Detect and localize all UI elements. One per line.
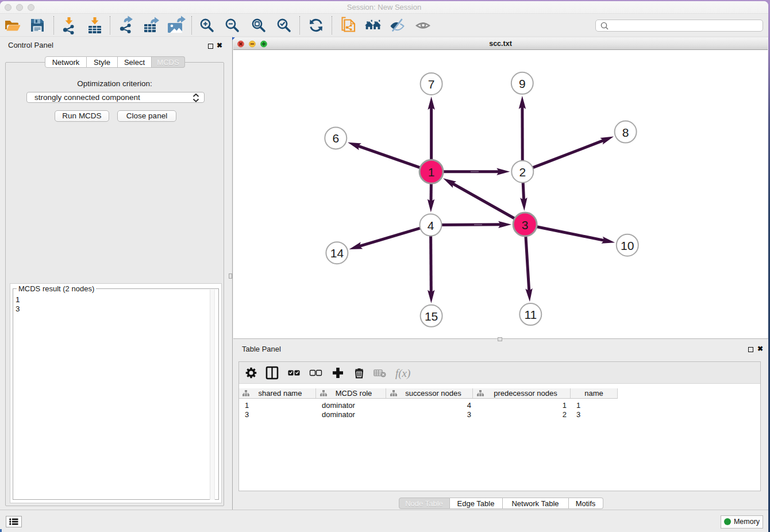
svg-text:f(x): f(x) [395,367,410,380]
svg-text:6: 6 [332,132,339,145]
svg-text:1: 1 [428,165,435,179]
svg-text:3: 3 [522,218,529,232]
svg-text:15: 15 [425,310,438,323]
svg-text:9: 9 [519,77,526,90]
svg-text:7: 7 [428,78,435,91]
svg-text:2: 2 [519,165,526,179]
svg-text:11: 11 [524,308,537,321]
svg-text:14: 14 [330,246,344,260]
svg-text:10: 10 [621,239,634,252]
svg-text:8: 8 [622,126,629,139]
svg-text:4: 4 [428,219,434,232]
